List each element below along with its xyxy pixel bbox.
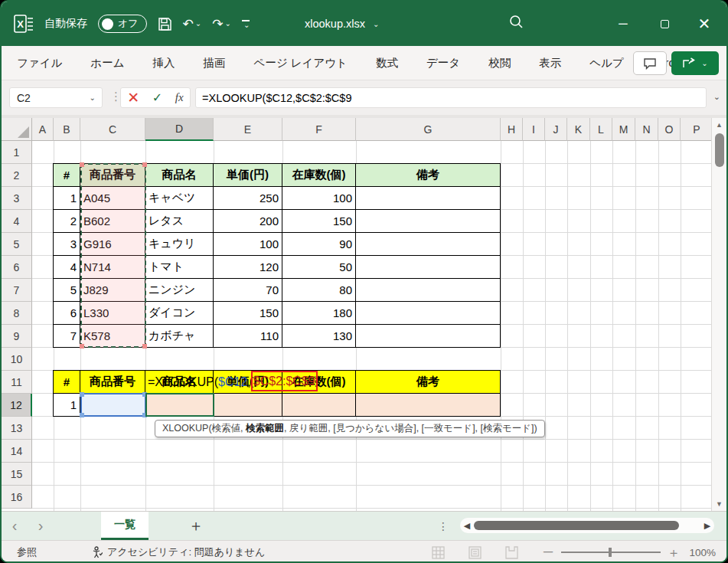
row-header-8[interactable]: 8 (2, 302, 32, 325)
chevron-down-icon[interactable]: ⌄ (90, 93, 96, 102)
tab-formulas[interactable]: 数式 (376, 56, 398, 70)
scroll-right-icon[interactable]: ▶ (700, 521, 714, 531)
comments-button[interactable] (633, 51, 667, 75)
accessibility-status[interactable]: アクセシビリティ: 問題ありません (92, 545, 265, 559)
row-header-15[interactable]: 15 (2, 463, 32, 486)
zoom-slider[interactable] (561, 552, 661, 553)
cell-D4[interactable]: レタス (145, 210, 214, 233)
cell-G4[interactable] (356, 210, 501, 233)
select-all-corner[interactable] (2, 118, 32, 141)
cell-F3[interactable]: 100 (282, 187, 356, 210)
cell-F4[interactable]: 150 (282, 210, 356, 233)
cell-B3[interactable]: 1 (54, 187, 80, 210)
add-sheet-icon[interactable]: ＋ (188, 516, 204, 536)
cell-F5[interactable]: 90 (282, 233, 356, 256)
table-header-cell[interactable]: 商品名 (145, 164, 214, 187)
row-header-12-selected[interactable]: 12 (2, 394, 32, 417)
table-header-cell[interactable]: 備考 (356, 164, 501, 187)
tab-help[interactable]: ヘルプ (589, 56, 624, 70)
horizontal-scrollbar[interactable]: ◀ ▶ (460, 518, 714, 533)
dots-menu-icon[interactable]: ⋮ (438, 520, 449, 532)
cell-B7[interactable]: 5 (54, 279, 80, 302)
cell-G8[interactable] (356, 302, 501, 325)
undo-button[interactable]: ↶ ⌄ (183, 18, 202, 31)
row-header-14[interactable]: 14 (2, 440, 32, 463)
cell-E4[interactable]: 200 (214, 210, 282, 233)
row-header-6[interactable]: 6 (2, 256, 32, 279)
insert-function-icon[interactable]: fx (175, 91, 184, 104)
zoom-out-icon[interactable]: ─ (540, 545, 557, 560)
chevron-down-icon[interactable]: ⌄ (225, 20, 231, 28)
cell-B6[interactable]: 4 (54, 256, 80, 279)
save-icon[interactable] (158, 17, 172, 31)
cell-D8[interactable]: ダイコン (145, 302, 214, 325)
col-header-H[interactable]: H (501, 118, 523, 141)
range-handle[interactable] (80, 392, 84, 397)
cell-G9[interactable] (356, 325, 501, 348)
close-button[interactable]: ✕ (687, 2, 722, 46)
table-header-cell[interactable]: 在庫数(個) (282, 164, 356, 187)
cell-F7[interactable]: 80 (282, 279, 356, 302)
prev-sheet-icon[interactable]: ‹ (2, 517, 28, 535)
row-header-4[interactable]: 4 (2, 210, 32, 233)
document-title[interactable]: xlookup.xlsx ⌄ (305, 2, 379, 46)
range-handle[interactable] (80, 162, 84, 167)
range-handle[interactable] (80, 413, 84, 417)
col-header-M[interactable]: M (612, 118, 635, 141)
col-header-L[interactable]: L (590, 118, 612, 141)
quick-access-toolbar-button[interactable]: ⌄ (242, 18, 250, 29)
maximize-button[interactable] (647, 2, 682, 46)
scroll-down-icon[interactable]: ▼ (712, 500, 726, 508)
col-header-I[interactable]: I (523, 118, 545, 141)
row-header-9[interactable]: 9 (2, 325, 32, 348)
cell-G7[interactable] (356, 279, 501, 302)
grid-body[interactable]: # 商品番号 商品名 単価(円) 在庫数(個) 備考 1 A045 キャベツ 2… (32, 141, 713, 511)
row-header-16[interactable]: 16 (2, 486, 32, 509)
cell-E5[interactable]: 100 (214, 233, 282, 256)
page-layout-view-icon[interactable] (468, 546, 482, 559)
tab-data[interactable]: データ (426, 56, 460, 70)
cell-G5[interactable] (356, 233, 501, 256)
cell-B9[interactable]: 7 (54, 325, 80, 348)
cell-D3[interactable]: キャベツ (145, 187, 214, 210)
normal-view-icon[interactable] (432, 546, 445, 559)
cell-G3[interactable] (356, 187, 501, 210)
cell-E8[interactable]: 150 (214, 302, 282, 325)
tab-page-layout[interactable]: ページ レイアウト (254, 56, 348, 70)
col-header-P[interactable]: P (681, 118, 713, 141)
tab-insert[interactable]: 挿入 (153, 56, 175, 70)
next-sheet-icon[interactable]: › (28, 517, 54, 535)
cell-B5[interactable]: 3 (54, 233, 80, 256)
tab-review[interactable]: 校閲 (488, 56, 511, 70)
share-button[interactable]: ⌄ (671, 51, 719, 75)
col-header-O[interactable]: O (658, 118, 681, 141)
col-header-K[interactable]: K (567, 118, 590, 141)
cell-F12[interactable] (282, 394, 356, 417)
col-header-J[interactable]: J (545, 118, 567, 141)
scroll-left-icon[interactable]: ◀ (460, 521, 474, 531)
tab-file[interactable]: ファイル (17, 56, 62, 70)
cell-G12[interactable] (356, 394, 501, 417)
sheet-tab-active[interactable]: 一覧 (101, 512, 149, 540)
cell-E6[interactable]: 120 (214, 256, 282, 279)
redo-button[interactable]: ↷ ⌄ (212, 18, 231, 31)
table-header-cell[interactable]: 備考 (356, 371, 501, 394)
col-header-G[interactable]: G (356, 118, 501, 141)
enter-icon[interactable]: ✓ (152, 92, 162, 104)
table-header-cell[interactable]: # (54, 164, 80, 187)
col-header-E[interactable]: E (214, 118, 282, 141)
table-header-cell[interactable]: # (54, 371, 80, 394)
table-header-cell[interactable]: 単価(円) (214, 164, 282, 187)
autosave-toggle[interactable]: オフ (98, 15, 147, 33)
col-header-A[interactable]: A (32, 118, 54, 141)
cell-D9[interactable]: カボチャ (145, 325, 214, 348)
range-handle[interactable] (142, 162, 147, 167)
cell-G6[interactable] (356, 256, 501, 279)
scroll-up-icon[interactable]: ▲ (712, 121, 726, 129)
tab-draw[interactable]: 描画 (204, 56, 226, 70)
name-box[interactable]: C2 ⌄ (9, 87, 103, 108)
cell-D6[interactable]: トマト (145, 256, 214, 279)
tab-view[interactable]: 表示 (539, 56, 561, 70)
row-header-2[interactable]: 2 (2, 164, 32, 187)
cell-E9[interactable]: 110 (214, 325, 282, 348)
